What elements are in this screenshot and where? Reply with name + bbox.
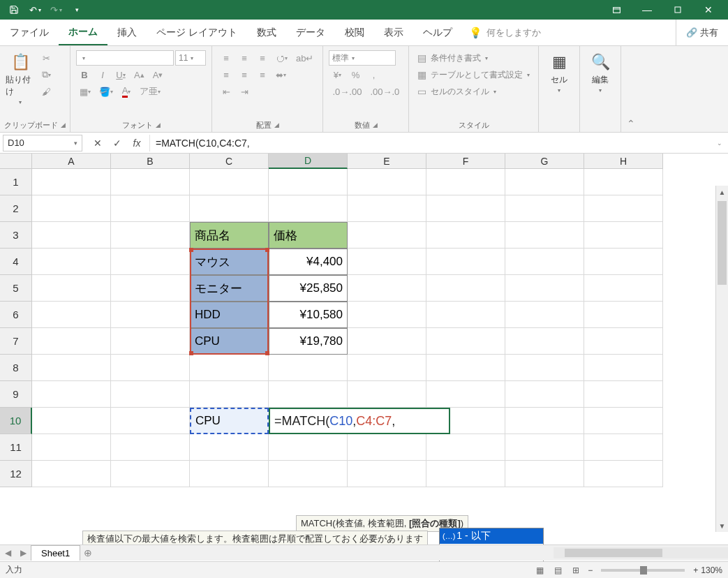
tab-file[interactable]: ファイル: [0, 20, 59, 45]
share-button[interactable]: 🔗 共有: [676, 20, 728, 45]
ribbon-display-options-button[interactable]: [601, 0, 632, 20]
view-normal-button[interactable]: ▦: [530, 563, 549, 577]
select-all-corner[interactable]: [0, 154, 32, 169]
expand-formula-icon[interactable]: ⌄: [717, 140, 722, 147]
col-header-G[interactable]: G: [505, 154, 584, 169]
minimize-button[interactable]: —: [632, 0, 662, 20]
col-header-E[interactable]: E: [348, 154, 426, 169]
font-family-combo[interactable]: ▾: [76, 50, 174, 66]
qat-customize-button[interactable]: ▾: [67, 1, 87, 18]
comma-style-button[interactable]: ,: [365, 67, 382, 82]
number-format-combo[interactable]: 標準▾: [329, 50, 396, 66]
col-header-H[interactable]: H: [584, 154, 663, 169]
borders-button[interactable]: ▦▾: [76, 84, 94, 99]
cell-C7[interactable]: CPU: [190, 328, 269, 355]
cell-D3[interactable]: 価格: [269, 222, 348, 249]
tab-insert[interactable]: 挿入: [107, 20, 147, 45]
font-color-button[interactable]: A▾: [118, 84, 135, 99]
dialog-launcher-icon[interactable]: ◢: [156, 121, 161, 128]
decrease-decimal-button[interactable]: .00→.0: [366, 84, 403, 99]
sheet-tab-1[interactable]: Sheet1: [31, 545, 80, 561]
row-header-8[interactable]: 8: [0, 355, 32, 381]
zoom-slider-knob[interactable]: [640, 566, 647, 575]
phonetic-button[interactable]: ア亜▾: [136, 84, 164, 99]
bold-button[interactable]: B: [76, 67, 93, 82]
increase-indent-button[interactable]: ⇥: [236, 84, 253, 99]
decrease-font-button[interactable]: A▾: [149, 67, 167, 82]
row-header-11[interactable]: 11: [0, 434, 32, 461]
fill-color-button[interactable]: 🪣▾: [96, 84, 117, 99]
dialog-launcher-icon[interactable]: ◢: [61, 121, 66, 128]
font-size-combo[interactable]: 11▾: [175, 50, 206, 66]
increase-font-button[interactable]: A▴: [131, 67, 148, 82]
copy-button[interactable]: ⧉▾: [38, 67, 54, 82]
align-middle-button[interactable]: ≡: [236, 50, 253, 66]
zoom-out-button[interactable]: −: [585, 565, 595, 575]
cell-area[interactable]: 商品名 価格 マウス ¥4,400 モニター ¥25,850 HDD ¥10,5…: [32, 169, 728, 487]
cut-button[interactable]: ✂: [38, 50, 54, 66]
maximize-button[interactable]: [662, 0, 693, 20]
col-header-D[interactable]: D: [269, 154, 348, 169]
close-button[interactable]: ✕: [693, 0, 724, 20]
add-sheet-button[interactable]: ⊕: [80, 547, 96, 558]
cell-D5[interactable]: ¥25,850: [269, 275, 348, 302]
next-sheet-button[interactable]: ▶: [15, 545, 31, 561]
merge-center-button[interactable]: ⬌▾: [272, 67, 290, 82]
row-header-7[interactable]: 7: [0, 328, 32, 355]
italic-button[interactable]: I: [94, 67, 111, 82]
tab-home[interactable]: ホーム: [59, 20, 107, 45]
col-header-B[interactable]: B: [111, 154, 190, 169]
qat-undo-button[interactable]: ↶▾: [25, 1, 45, 18]
tab-view[interactable]: 表示: [374, 20, 413, 45]
formula-input[interactable]: =MATCH(C10,C4:C7, ⌄: [150, 135, 728, 151]
cell-D4[interactable]: ¥4,400: [269, 249, 348, 275]
percent-style-button[interactable]: %: [347, 67, 364, 82]
row-header-1[interactable]: 1: [0, 169, 32, 195]
qat-redo-button[interactable]: ↷▾: [46, 1, 66, 18]
horizontal-scrollbar[interactable]: [554, 547, 728, 558]
paste-button[interactable]: 📋 貼り付け ▾: [4, 49, 36, 118]
cell-C4[interactable]: マウス: [190, 249, 269, 275]
increase-decimal-button[interactable]: .0→.00: [329, 84, 365, 99]
collapse-ribbon-button[interactable]: ⌃: [621, 46, 641, 132]
vertical-scrollbar[interactable]: ▲ ▼: [715, 186, 728, 532]
row-header-12[interactable]: 12: [0, 461, 32, 487]
dialog-launcher-icon[interactable]: ◢: [274, 121, 279, 128]
align-bottom-button[interactable]: ≡: [254, 50, 271, 66]
insert-function-button[interactable]: fx: [128, 135, 145, 151]
scroll-up-icon[interactable]: ▲: [716, 186, 728, 198]
prev-sheet-button[interactable]: ◀: [0, 545, 15, 561]
cell-D7[interactable]: ¥19,780: [269, 328, 348, 355]
view-page-layout-button[interactable]: ▤: [549, 563, 567, 577]
tab-data[interactable]: データ: [286, 20, 335, 45]
qat-save-button[interactable]: [4, 1, 24, 18]
row-header-6[interactable]: 6: [0, 302, 32, 328]
enter-formula-button[interactable]: ✓: [109, 135, 126, 151]
cell-D10-editing[interactable]: =MATCH(C10,C4:C7,: [269, 408, 450, 434]
row-header-2[interactable]: 2: [0, 195, 32, 222]
cell-D6[interactable]: ¥10,580: [269, 302, 348, 328]
name-box[interactable]: D10 ▾: [3, 135, 82, 151]
underline-button[interactable]: U▾: [112, 67, 129, 82]
editing-button[interactable]: 🔍 編集 ▾: [584, 49, 616, 118]
zoom-level[interactable]: 130%: [701, 565, 722, 575]
align-center-button[interactable]: ≡: [236, 67, 253, 82]
tell-me-search[interactable]: 💡 何をしますか: [462, 20, 548, 45]
cell-C5[interactable]: モニター: [190, 275, 269, 302]
col-header-C[interactable]: C: [190, 154, 269, 169]
tab-help[interactable]: ヘルプ: [413, 20, 462, 45]
accounting-format-button[interactable]: ¥▾: [329, 67, 346, 82]
row-header-4[interactable]: 4: [0, 249, 32, 275]
align-left-button[interactable]: ≡: [218, 67, 235, 82]
autocomplete-item-1[interactable]: (…)1 - 以下: [440, 528, 543, 544]
format-as-table-button[interactable]: ▦テーブルとして書式設定▾: [415, 67, 533, 82]
row-header-3[interactable]: 3: [0, 222, 32, 249]
zoom-slider[interactable]: [601, 569, 685, 572]
cells-button[interactable]: ▦ セル ▾: [543, 49, 575, 118]
cell-C3[interactable]: 商品名: [190, 222, 269, 249]
conditional-formatting-button[interactable]: ▤条件付き書式▾: [415, 50, 533, 66]
col-header-A[interactable]: A: [32, 154, 111, 169]
cell-styles-button[interactable]: ▭セルのスタイル▾: [415, 84, 533, 99]
cancel-formula-button[interactable]: ✕: [89, 135, 106, 151]
decrease-indent-button[interactable]: ⇤: [218, 84, 235, 99]
